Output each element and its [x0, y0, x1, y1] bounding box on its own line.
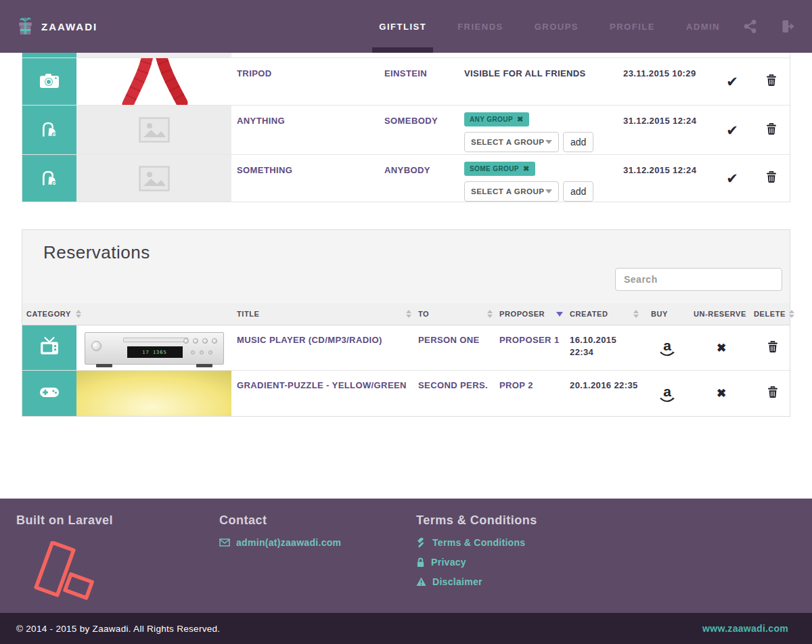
column-header-delete[interactable]: DELETE — [754, 310, 791, 318]
footer-heading-built: Built on Laravel — [16, 513, 219, 528]
site-url-link[interactable]: www.zaawadi.com — [702, 623, 788, 634]
reserve-button[interactable]: ✔ — [713, 106, 752, 154]
category-cell — [22, 325, 76, 370]
copyright-bar: © 2014 - 2015 by Zaawadi. All Rights Res… — [0, 613, 812, 644]
table-row-partial — [22, 53, 790, 58]
trash-icon — [766, 74, 777, 89]
check-icon: ✔ — [726, 171, 738, 185]
x-icon: ✖ — [717, 342, 726, 354]
column-header-title[interactable]: TITLE — [231, 310, 418, 318]
reserve-button[interactable]: ✔ — [713, 155, 752, 202]
reservation-to: SECOND PERS. — [418, 371, 499, 416]
gift-to: EINSTEIN — [384, 58, 464, 105]
unreserve-button[interactable]: ✖ — [689, 325, 754, 370]
buy-amazon-button[interactable]: a — [646, 371, 689, 416]
amazon-icon: a — [660, 338, 675, 357]
add-group-button[interactable]: add — [563, 132, 593, 152]
placeholder-image-icon — [76, 106, 231, 154]
gift-title[interactable]: GRADIENT-PUZZLE - YELLOW/GREEN — [231, 371, 418, 416]
site-footer: Built on Laravel Contact admin(at)zaawad… — [0, 499, 812, 613]
nav-admin[interactable]: ADMIN — [686, 0, 720, 53]
buy-amazon-button[interactable]: a — [646, 325, 689, 370]
reserve-button[interactable]: ✔ — [713, 58, 752, 105]
chevron-down-icon — [545, 189, 552, 193]
camera-icon — [39, 72, 60, 91]
gift-image — [76, 371, 231, 416]
trash-icon — [767, 340, 778, 356]
nav-profile[interactable]: PROFILE — [610, 0, 655, 53]
table-row: SOMETHING ANYBODY SOME GROUP ✖ SELECT A … — [22, 155, 790, 202]
gift-image: 17 1365 — [76, 325, 231, 370]
lock-icon — [416, 557, 425, 568]
gift-groups: SOME GROUP ✖ SELECT A GROUP add — [464, 155, 618, 202]
terms-link[interactable]: Terms & Conditions — [416, 537, 812, 548]
sort-icon — [487, 310, 493, 318]
check-icon: ✔ — [726, 123, 738, 137]
sort-desc-icon — [556, 312, 563, 317]
group-tag: SOME GROUP ✖ — [464, 162, 535, 176]
trash-icon — [766, 122, 777, 138]
sign-out-icon[interactable] — [781, 19, 796, 34]
reservation-proposer: PROPOSER 1 — [499, 325, 570, 370]
remove-group-icon[interactable]: ✖ — [517, 115, 524, 124]
column-header-created[interactable]: CREATED — [570, 310, 646, 318]
group-select[interactable]: SELECT A GROUP — [464, 132, 559, 152]
nav-groups[interactable]: GROUPS — [535, 0, 579, 53]
laravel-logo-icon — [26, 541, 102, 614]
delete-button[interactable] — [754, 325, 791, 370]
brand-name: ZAAWADI — [41, 21, 97, 32]
delete-button[interactable] — [752, 58, 791, 105]
table-row: 17 1365 MUSIC PLAYER (CD/MP3/RADIO) PERS… — [22, 325, 790, 371]
disclaimer-link[interactable]: Disclaimer — [416, 576, 812, 587]
group-select[interactable]: SELECT A GROUP — [464, 181, 559, 202]
vacuum-icon — [40, 168, 59, 189]
group-tag: ANY GROUP ✖ — [464, 112, 529, 127]
nav-giftlist[interactable]: GIFTLIST — [379, 0, 426, 53]
footer-terms-column: Terms & Conditions Terms & Conditions — [416, 513, 812, 614]
giftlist-table: TRIPOD EINSTEIN VISIBLE FOR ALL FRIENDS … — [22, 53, 790, 202]
category-cell — [22, 155, 76, 202]
delete-button[interactable] — [752, 155, 791, 202]
share-icon[interactable] — [743, 19, 758, 34]
footer-heading-contact: Contact — [219, 513, 416, 528]
delete-button[interactable] — [754, 371, 791, 416]
trash-icon — [767, 386, 778, 401]
vacuum-icon — [40, 119, 59, 141]
unreserve-button[interactable]: ✖ — [689, 371, 754, 416]
table-row: TRIPOD EINSTEIN VISIBLE FOR ALL FRIENDS … — [22, 58, 790, 106]
gift-image — [76, 58, 231, 105]
copyright-text: © 2014 - 2015 by Zaawadi. All Rights Res… — [16, 624, 220, 634]
add-group-button[interactable]: add — [563, 181, 593, 202]
category-cell — [22, 106, 76, 154]
delete-button[interactable] — [752, 106, 791, 154]
sort-icon — [76, 310, 81, 318]
footer-contact-column: Contact admin(at)zaawadi.com — [219, 513, 416, 614]
sort-icon — [633, 310, 639, 318]
column-header-to[interactable]: TO — [418, 310, 499, 318]
brand[interactable]: ZAAWADI — [16, 16, 97, 37]
gift-title[interactable]: TRIPOD — [231, 58, 384, 105]
gift-to: SOMEBODY — [384, 106, 464, 154]
gift-created: 23.11.2015 10:29 — [618, 58, 713, 105]
placeholder-image-icon — [76, 155, 231, 202]
reservations-table-header: CATEGORY TITLE TO PROPOSER CREATED BUY — [22, 303, 790, 325]
table-row: GRADIENT-PUZZLE - YELLOW/GREEN SECOND PE… — [22, 371, 790, 416]
top-navbar: ZAAWADI GIFTLIST FRIENDS GROUPS PROFILE … — [0, 0, 812, 53]
nav-friends[interactable]: FRIENDS — [457, 0, 503, 53]
gift-title[interactable]: MUSIC PLAYER (CD/MP3/RADIO) — [231, 325, 418, 370]
search-input[interactable] — [615, 268, 782, 291]
envelope-icon — [219, 538, 230, 547]
gift-visibility: VISIBLE FOR ALL FRIENDS — [464, 58, 618, 105]
main-nav: GIFTLIST FRIENDS GROUPS PROFILE ADMIN — [348, 0, 796, 53]
contact-email-link[interactable]: admin(at)zaawadi.com — [219, 537, 416, 548]
column-header-proposer[interactable]: PROPOSER — [499, 310, 570, 318]
category-cell — [22, 58, 76, 105]
category-cell — [22, 371, 76, 416]
privacy-link[interactable]: Privacy — [416, 557, 812, 568]
column-header-category[interactable]: CATEGORY — [22, 310, 231, 318]
check-icon: ✔ — [726, 74, 738, 89]
gift-title[interactable]: SOMETHING — [231, 155, 384, 202]
gift-title[interactable]: ANYTHING — [231, 106, 384, 154]
remove-group-icon[interactable]: ✖ — [523, 164, 530, 173]
amazon-icon: a — [660, 384, 675, 403]
